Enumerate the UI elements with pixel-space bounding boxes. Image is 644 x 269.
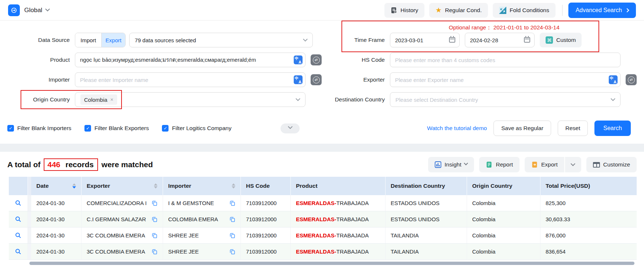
tutorial-demo-link[interactable]: Watch the tutorial demo <box>427 125 487 132</box>
copy-icon[interactable] <box>152 200 158 206</box>
product-input[interactable] <box>75 53 305 67</box>
insight-bi-icon <box>435 161 441 168</box>
exact-match-toggle-icon[interactable]: ⇄ <box>626 74 637 85</box>
export-options-caret[interactable] <box>565 157 581 172</box>
top-bar: Global History ★ Regular Cond. Fold Cond… <box>0 0 644 21</box>
total-count: 446 <box>47 160 60 169</box>
cell-date: 2024-01-30 <box>31 227 82 243</box>
insight-button[interactable]: Insight <box>428 157 474 172</box>
report-button[interactable]: Report <box>479 157 520 172</box>
import-tab[interactable]: Import <box>75 33 102 47</box>
command-icon: ⌘ <box>546 36 553 44</box>
origin-country-row: Origin Country Colombia × <box>7 92 313 107</box>
cell-destination: ESTADOS UNIDOS <box>386 195 467 211</box>
fixed-column-gap <box>28 177 31 195</box>
cell-destination: TAILANDIA <box>386 227 467 243</box>
cell-hs-code: 7103912000 <box>241 195 291 211</box>
row-detail-cell <box>9 195 28 211</box>
optional-range-note: Optional range： 2021-01-01 to 2024-03-14 <box>313 23 637 33</box>
cell-exporter: 3C COLOMBIA EMERA <box>82 244 163 259</box>
chevron-right-icon <box>625 8 629 12</box>
copy-icon[interactable] <box>152 249 158 255</box>
cell-exporter: C.I GERMAN SALAZAR <box>82 211 163 227</box>
checkbox-checked-icon[interactable]: ✓ <box>7 125 14 132</box>
results-total-text: A total of 446 records were matched <box>7 158 153 171</box>
horizontal-scrollbar[interactable] <box>29 262 634 265</box>
checkbox-checked-icon[interactable]: ✓ <box>162 125 169 132</box>
hs-code-input[interactable] <box>390 53 621 67</box>
regular-conditions-button[interactable]: ★ Regular Cond. <box>429 3 488 18</box>
header-exporter[interactable]: Exporter <box>82 177 163 195</box>
copy-icon[interactable] <box>229 233 235 238</box>
save-as-regular-button[interactable]: Save as Regular <box>493 121 551 136</box>
cell-date: 2024-01-30 <box>31 195 82 211</box>
checkbox-checked-icon[interactable]: ✓ <box>84 125 91 132</box>
header-date[interactable]: Date <box>31 177 82 195</box>
chevron-down-icon <box>464 161 468 165</box>
translate-icon[interactable]: 中 A <box>294 55 303 64</box>
translate-icon[interactable]: 中 A <box>294 75 303 84</box>
product-label: Product <box>7 57 70 63</box>
cell-destination: TAILANDIA <box>386 244 467 259</box>
row-detail-cell <box>9 244 28 259</box>
search-button[interactable]: Search <box>594 121 631 136</box>
row-search-icon[interactable] <box>15 232 21 238</box>
advanced-search-button[interactable]: Advanced Search <box>568 3 636 18</box>
data-sources-select[interactable]: 79 data sources selected <box>129 33 313 47</box>
fold-conditions-button[interactable]: Fold Conditions <box>493 3 556 18</box>
trade-data-search-page: Global History ★ Regular Cond. Fold Cond… <box>0 0 644 269</box>
copy-icon[interactable] <box>152 233 158 238</box>
total-suffix: were matched <box>101 160 153 169</box>
customize-button[interactable]: Customize <box>586 157 637 172</box>
translate-icon[interactable]: 中 A <box>609 75 618 84</box>
calendar-icon[interactable] <box>449 37 455 43</box>
cell-product: ESMERALDAS- TRABAJADA <box>291 211 386 227</box>
import-export-segmented: Import Export <box>75 33 126 47</box>
row-search-icon[interactable] <box>15 248 21 255</box>
importer-input[interactable] <box>75 72 305 87</box>
row-search-icon[interactable] <box>15 216 21 222</box>
tag-close-icon[interactable]: × <box>110 97 113 103</box>
copy-icon[interactable] <box>152 216 158 222</box>
header-importer[interactable]: Importer <box>163 177 241 195</box>
row-search-icon[interactable] <box>15 200 21 206</box>
origin-country-label: Origin Country <box>7 96 70 103</box>
total-records-word: records <box>65 160 94 169</box>
hs-code-input-wrap <box>390 53 621 67</box>
custom-range-button[interactable]: ⌘ Custom <box>540 33 582 47</box>
export-tab[interactable]: Export <box>102 33 125 47</box>
exporter-input[interactable] <box>390 72 621 87</box>
export-button[interactable]: Export <box>525 157 564 172</box>
exporter-sorter[interactable] <box>150 183 158 189</box>
reset-button[interactable]: Reset <box>558 121 588 136</box>
calendar-icon[interactable] <box>524 37 530 43</box>
star-icon: ★ <box>435 7 442 14</box>
chevron-down-icon <box>571 161 575 166</box>
cell-total-price: 876,000 <box>540 227 637 243</box>
header-hs-code: HS Code <box>241 177 291 195</box>
end-date-wrap <box>465 33 535 47</box>
origin-country-select[interactable]: Colombia × <box>75 92 305 107</box>
chevron-down-icon <box>611 96 615 101</box>
table-row: 2024-01-30 COMERCIALIZADORA I I & M GEMS… <box>9 195 637 211</box>
copy-icon[interactable] <box>229 249 235 255</box>
cell-importer: SHREE JEE <box>163 227 241 243</box>
copy-icon[interactable] <box>229 216 235 222</box>
header-total-price: Total Price(USD) <box>540 177 637 195</box>
export-label: Export <box>541 161 558 168</box>
copy-icon[interactable] <box>229 200 235 206</box>
history-label: History <box>401 7 418 14</box>
data-source-row: Data Source Import Export 79 data source… <box>7 33 313 47</box>
form-actions-row: Watch the tutorial demo Save as Regular … <box>313 122 637 135</box>
destination-country-select[interactable]: Please select Destination Country <box>390 92 621 107</box>
cell-product: ESMERALDAS- TRABAJADA <box>291 195 386 211</box>
history-button[interactable]: History <box>384 3 424 18</box>
destination-country-placeholder: Please select Destination Country <box>395 97 478 103</box>
exporter-label: Exporter <box>313 76 385 83</box>
chevron-down-icon <box>296 96 300 101</box>
region-chevron-down-icon[interactable] <box>45 7 50 11</box>
date-sorter[interactable] <box>69 183 76 189</box>
importer-label: Importer <box>7 76 70 83</box>
importer-sorter[interactable] <box>228 183 235 189</box>
collapse-conditions-button[interactable] <box>281 123 300 133</box>
